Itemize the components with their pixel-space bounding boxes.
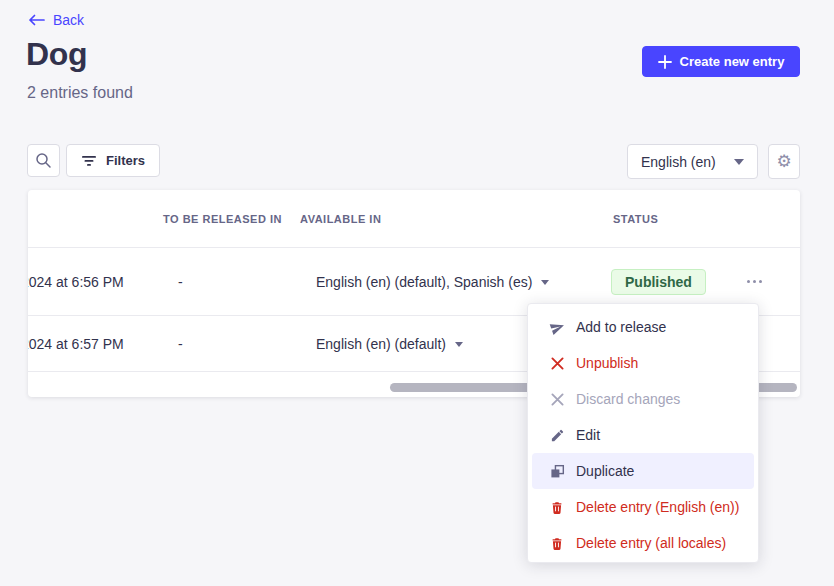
menu-item-discard-changes[interactable]: Discard changes bbox=[532, 381, 754, 417]
column-header-status[interactable]: STATUS bbox=[613, 190, 658, 248]
duplicate-icon bbox=[549, 463, 565, 479]
available-in-cell[interactable]: English (en) (default), Spanish (es) bbox=[316, 248, 549, 315]
menu-item-edit[interactable]: Edit bbox=[532, 417, 754, 453]
menu-item-delete-entry-locale[interactable]: Delete entry (English (en)) bbox=[532, 489, 754, 525]
filters-button[interactable]: Filters bbox=[66, 144, 160, 177]
to-be-released-in-cell: - bbox=[178, 316, 183, 371]
create-button-label: Create new entry bbox=[680, 54, 785, 69]
chevron-down-icon bbox=[734, 159, 744, 165]
entries-count: 2 entries found bbox=[27, 84, 133, 102]
filter-icon bbox=[81, 155, 97, 167]
arrow-left-icon bbox=[28, 14, 45, 26]
search-button[interactable] bbox=[27, 144, 60, 177]
back-link[interactable]: Back bbox=[28, 12, 84, 28]
menu-item-unpublish[interactable]: Unpublish bbox=[532, 345, 754, 381]
menu-item-duplicate[interactable]: Duplicate bbox=[532, 453, 754, 489]
column-header-to-be-released-in[interactable]: TO BE RELEASED IN bbox=[163, 190, 282, 248]
trash-icon bbox=[549, 499, 565, 515]
chevron-down-icon bbox=[455, 342, 463, 347]
trash-icon bbox=[549, 535, 565, 551]
table-header-row: TO BE RELEASED IN AVAILABLE IN STATUS bbox=[28, 190, 800, 248]
create-new-entry-button[interactable]: Create new entry bbox=[642, 46, 800, 77]
content-manager-list-page: Back Dog 2 entries found Create new entr… bbox=[0, 0, 834, 586]
filters-label: Filters bbox=[106, 153, 145, 168]
status-badge: Published bbox=[611, 269, 706, 295]
menu-item-add-to-release[interactable]: Add to release bbox=[532, 309, 754, 345]
search-icon bbox=[35, 152, 52, 169]
settings-button[interactable]: ⚙ bbox=[768, 144, 800, 179]
updated-at-cell: 2024 at 6:57 PM bbox=[28, 316, 166, 371]
chevron-down-icon bbox=[541, 280, 549, 285]
column-header-available-in[interactable]: AVAILABLE IN bbox=[300, 190, 381, 248]
x-icon bbox=[549, 391, 565, 407]
row-actions-menu: Add to release Unpublish Discard changes bbox=[527, 303, 759, 563]
available-in-cell[interactable]: English (en) (default) bbox=[316, 316, 463, 371]
locale-select-value: English (en) bbox=[641, 154, 716, 170]
pencil-icon bbox=[549, 427, 565, 443]
page-title: Dog bbox=[26, 36, 87, 73]
plus-icon bbox=[658, 55, 672, 69]
send-icon bbox=[549, 319, 565, 335]
updated-at-cell: 2024 at 6:56 PM bbox=[28, 248, 166, 315]
x-icon bbox=[549, 355, 565, 371]
locale-select[interactable]: English (en) bbox=[627, 144, 758, 179]
menu-item-delete-entry-all-locales[interactable]: Delete entry (all locales) bbox=[532, 525, 754, 561]
back-label: Back bbox=[53, 12, 84, 28]
gear-icon: ⚙ bbox=[776, 151, 791, 172]
to-be-released-in-cell: - bbox=[178, 248, 183, 315]
